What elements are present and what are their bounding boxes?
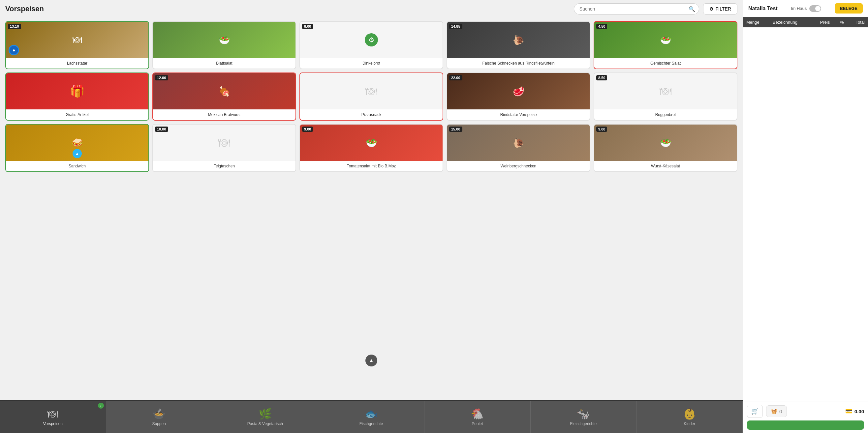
- belege-button[interactable]: BELEGE: [835, 3, 863, 13]
- menu-grid-area: 🍽● 13.10 Lachsstatar 🥗 Blattsalat ⚙ 8.00…: [0, 18, 743, 400]
- item-image-placeholder: ⚙: [300, 22, 442, 58]
- category-icon: 🐟: [365, 408, 378, 420]
- item-label: Roggenbrot: [594, 109, 737, 120]
- category-item-pasta[interactable]: 🌿 Pasta & Vegetarisch: [212, 401, 318, 433]
- col-bezeichnung: Bezeichnung: [769, 17, 811, 27]
- item-image: 🐌: [447, 22, 590, 58]
- item-image: 🥗: [594, 22, 737, 58]
- checkout-button[interactable]: [747, 421, 864, 430]
- basket-count: 🧺 0: [766, 405, 787, 417]
- item-price: 8.50: [596, 75, 607, 80]
- item-label: Gemischter Salat: [594, 58, 737, 69]
- item-label: Blattsalat: [153, 58, 296, 69]
- order-footer: 🛒 🧺 0 💳 0.00: [743, 401, 868, 433]
- menu-item-8[interactable]: 🍽 Pizzasnack: [300, 72, 443, 121]
- item-price: 9.00: [302, 127, 313, 132]
- item-label: Pizzasnack: [300, 109, 442, 120]
- menu-item-12[interactable]: 🍽 10.00 Teigtaschen: [152, 124, 296, 172]
- menu-item-14[interactable]: 🐌 15.00 Weinbergschnecken: [446, 124, 590, 172]
- category-label: Kinder: [684, 422, 695, 426]
- item-price: 22.00: [449, 75, 462, 80]
- item-image-placeholder: 🍽: [594, 73, 737, 109]
- col-percent: %: [833, 17, 847, 27]
- search-input[interactable]: [574, 3, 699, 14]
- category-icon: 👶: [683, 408, 696, 420]
- scroll-up-button[interactable]: ▲: [365, 355, 377, 366]
- item-price: 15.00: [449, 127, 462, 132]
- category-item-poulet[interactable]: 🐔 Poulet: [425, 401, 531, 433]
- money-icon: 💳: [845, 408, 852, 415]
- search-container: 🔍: [574, 3, 699, 14]
- item-image-placeholder: 🍽: [300, 73, 442, 109]
- menu-item-1[interactable]: 🍽● 13.10 Lachsstatar: [5, 21, 149, 69]
- item-label: Falsche Schnecken aus Rindsfiletwürfeln: [447, 58, 590, 69]
- category-item-suppen[interactable]: 🍲 Suppen: [106, 401, 212, 433]
- category-label: Pasta & Vegetarisch: [247, 422, 283, 426]
- cart-button[interactable]: 🛒: [747, 405, 763, 418]
- category-item-vorspeisen[interactable]: ✓ 🍽 Vorspeisen: [0, 401, 106, 433]
- category-label: Poulet: [472, 422, 483, 426]
- menu-item-9[interactable]: 🥩 22.00 Rindstatar Vorspeise: [446, 72, 590, 121]
- im-haus-label: Im Haus: [791, 6, 807, 11]
- menu-item-15[interactable]: 🥗 9.00 Wurst-Käsesalat: [594, 124, 737, 172]
- menu-item-5[interactable]: 🥗 4.50 Gemischter Salat: [594, 21, 737, 69]
- filter-icon: ⚙: [709, 6, 714, 11]
- item-price: 9.00: [596, 127, 607, 132]
- menu-grid: 🍽● 13.10 Lachsstatar 🥗 Blattsalat ⚙ 8.00…: [5, 21, 737, 172]
- item-image: 🎁: [6, 73, 148, 109]
- menu-item-2[interactable]: 🥗 Blattsalat: [152, 21, 296, 69]
- category-item-fleisch[interactable]: 🐄 Fleischgerichte: [531, 401, 637, 433]
- menu-item-7[interactable]: 🍖 12.00 Mexican Bratwurst: [152, 72, 296, 121]
- category-label: Fischgerichte: [360, 422, 383, 426]
- item-label: Rindstatar Vorspeise: [447, 109, 590, 120]
- filter-label: FILTER: [716, 6, 731, 11]
- toggle-knob: [815, 6, 820, 11]
- menu-item-4[interactable]: 🐌 14.85 Falsche Schnecken aus Rindsfilet…: [446, 21, 590, 69]
- category-icon: 🐄: [577, 408, 590, 420]
- order-table: Menge Bezeichnung Preis % Total: [743, 17, 868, 401]
- total-amount: 💳 0.00: [845, 408, 864, 415]
- col-menge: Menge: [743, 17, 769, 27]
- item-label: Mexican Bratwurst: [153, 109, 296, 120]
- basket-number: 0: [779, 409, 782, 414]
- footer-actions: 🛒 🧺 0 💳 0.00: [747, 405, 864, 418]
- order-header: Natalia Test Im Haus BELEGE: [743, 0, 868, 17]
- item-label: Weinbergschnecken: [447, 161, 590, 171]
- category-icon: 🐔: [471, 408, 484, 420]
- category-label: Vorspeisen: [43, 422, 63, 426]
- item-price: 12.00: [155, 75, 168, 80]
- item-price: 10.00: [155, 127, 168, 132]
- item-label: Wurst-Käsesalat: [594, 161, 737, 171]
- menu-item-11[interactable]: 🥪▲ Sandwich: [5, 124, 149, 172]
- category-icon: 🌿: [258, 408, 272, 420]
- right-panel: Natalia Test Im Haus BELEGE Menge Bezeic…: [743, 0, 868, 433]
- item-image: 🥗: [153, 22, 296, 58]
- filter-button[interactable]: ⚙ FILTER: [703, 3, 737, 14]
- im-haus-switch[interactable]: [809, 5, 821, 12]
- menu-item-6[interactable]: 🎁 Gratis-Artikel: [5, 72, 149, 121]
- item-image: 🥗: [300, 125, 442, 161]
- item-price: 4.50: [596, 24, 607, 29]
- total-value: 0.00: [855, 409, 864, 414]
- category-bar: ✓ 🍽 Vorspeisen 🍲 Suppen 🌿 Pasta & Vegeta…: [0, 400, 743, 433]
- item-image: 🐌: [447, 125, 590, 161]
- item-label: Teigtaschen: [153, 161, 296, 171]
- item-label: Gratis-Artikel: [6, 109, 148, 120]
- col-preis: Preis: [811, 17, 833, 27]
- item-label: Dinkelbrot: [300, 58, 442, 69]
- page-title: Vorspeisen: [5, 5, 44, 13]
- item-image: 🍽●: [6, 22, 148, 58]
- item-label: Tomatensalat mit Bio B.Moz: [300, 161, 442, 171]
- menu-item-10[interactable]: 🍽 8.50 Roggenbrot: [594, 72, 737, 121]
- category-item-fisch[interactable]: 🐟 Fischgerichte: [318, 401, 425, 433]
- item-price: 13.10: [8, 24, 21, 29]
- item-image-placeholder: 🍽: [153, 125, 296, 161]
- menu-item-13[interactable]: 🥗 9.00 Tomatensalat mit Bio B.Moz: [300, 124, 443, 172]
- item-price: 8.00: [302, 24, 313, 29]
- item-image: 🥩: [447, 73, 590, 109]
- menu-item-3[interactable]: ⚙ 8.00 Dinkelbrot: [300, 21, 443, 69]
- im-haus-toggle: Im Haus: [791, 5, 821, 12]
- category-item-kinder[interactable]: 👶 Kinder: [637, 401, 743, 433]
- basket-icon: 🧺: [771, 408, 777, 414]
- item-label: Sandwich: [6, 161, 148, 171]
